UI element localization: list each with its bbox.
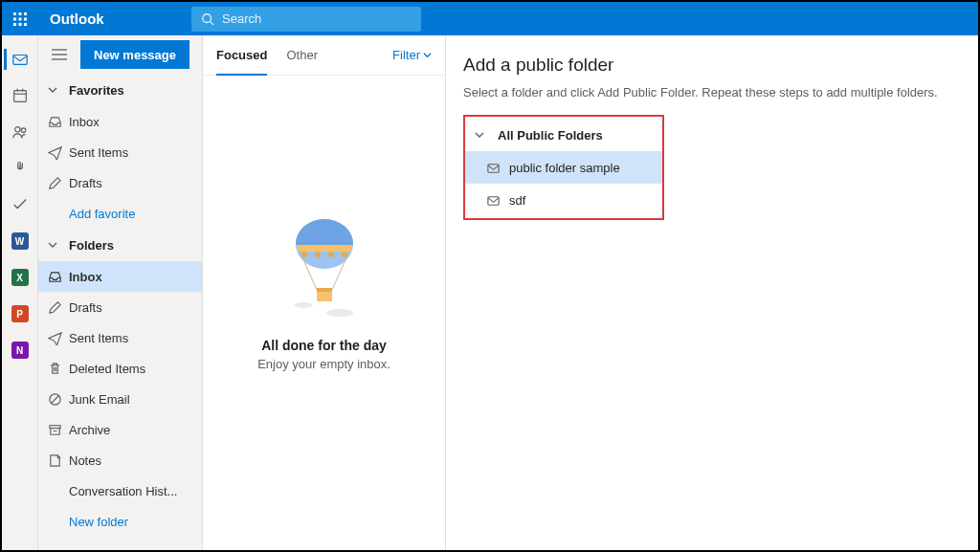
app-rail: W X P N [2,35,38,550]
folder-junk[interactable]: Junk Email [38,384,202,414]
nav-label: Notes [69,453,101,468]
add-favorite-link[interactable]: Add favorite [38,198,202,229]
excel-icon: X [11,269,29,286]
balloon-illustration [284,217,365,322]
search-input[interactable] [222,11,412,26]
svg-rect-11 [12,55,26,65]
brand-name: Outlook [38,11,191,27]
rail-powerpoint[interactable]: P [2,296,38,332]
message-list-pane: Focused Other Filter [203,35,446,550]
new-folder-link[interactable]: New folder [38,506,202,537]
folder-sent[interactable]: Sent Items [38,322,202,353]
panel-description: Select a folder and click Add Public Fol… [463,85,978,99]
svg-rect-25 [298,246,351,252]
mail-icon [486,161,509,175]
send-icon [48,145,69,160]
nav-label: Inbox [69,270,102,284]
pencil-icon [48,176,69,190]
rail-people[interactable] [2,114,38,150]
svg-point-9 [203,13,212,22]
svg-rect-4 [19,17,22,20]
svg-point-35 [326,309,353,317]
search-bar[interactable] [191,7,421,32]
svg-rect-7 [19,23,22,26]
svg-point-27 [315,252,321,257]
rail-excel[interactable]: X [2,259,38,296]
chevron-down-icon [423,51,432,59]
rail-calendar[interactable] [2,77,38,114]
search-icon [201,12,214,26]
tray-icon [48,115,69,129]
svg-rect-33 [317,288,332,292]
mail-icon [486,193,509,208]
public-folder-root-label: All Public Folders [498,128,603,143]
tab-other[interactable]: Other [286,35,318,76]
nav-label: Drafts [69,176,102,190]
rail-files[interactable] [2,150,38,187]
nav-label: Sent Items [69,331,128,345]
pencil-icon [48,300,69,315]
rail-onenote[interactable]: N [2,332,38,368]
svg-line-22 [52,395,59,403]
svg-point-16 [14,127,19,132]
svg-rect-37 [488,196,499,204]
message-tabs: Focused Other Filter [203,35,445,76]
rail-word[interactable]: W [2,223,38,259]
svg-point-28 [328,252,334,257]
filter-button[interactable]: Filter [392,48,432,62]
new-message-button[interactable]: New message [80,40,189,69]
chevron-down-icon [48,85,69,95]
svg-line-10 [211,21,214,25]
svg-rect-2 [24,12,27,15]
public-folder-item-label: sdf [509,193,525,208]
public-folder-tree-highlight: All Public Folders public folder sample … [463,115,664,220]
public-folder-item[interactable]: sdf [465,184,662,216]
public-folder-item[interactable]: public folder sample [465,151,662,184]
favorites-section-header[interactable]: Favorites [38,74,202,106]
tray-full-icon [48,270,69,284]
add-public-folder-label: Add Public Folder [484,18,583,33]
nav-label: Junk Email [69,392,130,407]
svg-rect-23 [50,425,60,428]
chevron-down-icon [48,240,69,250]
star-add-icon [463,18,477,32]
svg-point-34 [294,302,313,308]
trash-icon [48,362,69,376]
folder-sidebar: New message Favorites Inbox Sent Items D… [38,35,203,550]
folders-section-header[interactable]: Folders [38,229,202,261]
empty-state: All done for the day Enjoy your empty in… [203,76,445,550]
folder-inbox[interactable]: Inbox [38,261,202,292]
svg-rect-6 [13,23,16,26]
onenote-icon: N [11,342,29,359]
fav-sent[interactable]: Sent Items [38,137,202,167]
folder-deleted[interactable]: Deleted Items [38,353,202,384]
nav-label: Sent Items [69,145,128,160]
rail-mail[interactable] [2,41,38,77]
nav-toggle-button[interactable] [46,48,73,61]
block-icon [48,392,69,407]
nav-label: Archive [69,423,110,437]
chevron-down-icon [475,130,498,140]
rail-todo[interactable] [2,187,38,223]
tab-focused[interactable]: Focused [216,35,267,76]
nav-label: Drafts [69,300,102,315]
word-icon: W [11,232,29,250]
empty-subtext: Enjoy your empty inbox. [257,357,390,371]
svg-rect-3 [13,17,16,20]
archive-icon [48,423,69,437]
folder-drafts[interactable]: Drafts [38,292,202,322]
public-folder-root[interactable]: All Public Folders [465,119,662,151]
folder-archive[interactable]: Archive [38,414,202,445]
svg-rect-12 [13,91,26,102]
nav-label: Inbox [69,115,100,129]
folder-notes[interactable]: Notes [38,445,202,475]
svg-rect-5 [24,17,27,20]
nav-label: Conversation Hist... [69,484,177,498]
add-public-folder-link[interactable]: Add Public Folder [463,18,978,32]
svg-rect-8 [24,23,27,26]
note-icon [48,453,69,468]
folder-conversation-history[interactable]: Conversation Hist... [38,475,202,506]
app-launcher-button[interactable] [2,2,38,35]
fav-drafts[interactable]: Drafts [38,167,202,198]
fav-inbox[interactable]: Inbox [38,106,202,137]
